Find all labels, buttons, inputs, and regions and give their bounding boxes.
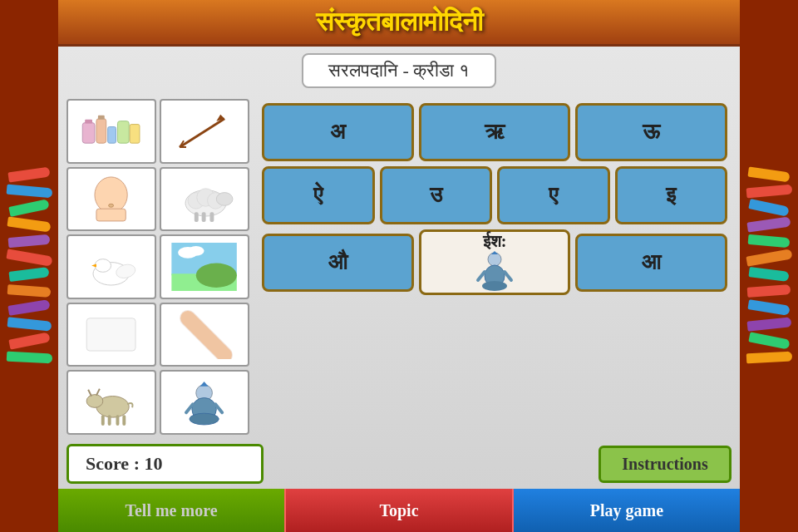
subtitle-container: सरलपदानि - क्रीडा १	[58, 47, 740, 95]
topic-button[interactable]: Topic	[284, 489, 514, 532]
tile-au[interactable]: औ	[262, 234, 414, 292]
image-cell-5[interactable]	[66, 234, 156, 299]
app-title: संस्कृतबालामोदिनी	[75, 7, 723, 37]
svg-rect-1	[96, 119, 106, 143]
svg-rect-37	[101, 415, 105, 426]
right-pencil-border	[740, 0, 798, 532]
tile-ish-special[interactable]: ईश:	[419, 229, 571, 295]
image-cell-8[interactable]	[160, 303, 249, 367]
svg-rect-2	[108, 127, 116, 144]
image-cell-7[interactable]	[66, 303, 156, 367]
instructions-button[interactable]: Instructions	[598, 446, 732, 483]
svg-rect-3	[118, 121, 130, 143]
image-cell-2[interactable]	[160, 99, 249, 164]
svg-line-51	[478, 272, 485, 280]
svg-line-7	[180, 119, 225, 147]
svg-point-34	[87, 394, 104, 407]
svg-rect-4	[131, 125, 140, 144]
svg-point-29	[196, 263, 237, 287]
svg-rect-39	[116, 415, 120, 426]
bottom-navigation: Tell me more Topic Play game	[58, 489, 740, 532]
tile-row-2: ऐ उ ए इ	[262, 166, 727, 224]
svg-line-52	[505, 272, 511, 280]
tile-panel: अ ऋ ऊ ऐ उ ए	[258, 99, 732, 435]
tile-aa[interactable]: आ	[575, 234, 727, 292]
tell-me-more-button[interactable]: Tell me more	[58, 489, 284, 532]
left-pencil-border	[0, 0, 58, 532]
svg-point-31	[188, 245, 204, 255]
game-area: अ ऋ ऊ ऐ उ ए	[58, 95, 740, 439]
svg-rect-21	[202, 212, 206, 222]
tile-a[interactable]: अ	[262, 103, 414, 161]
svg-line-36	[96, 389, 100, 396]
tile-row-3: औ ईश:	[262, 229, 727, 295]
svg-point-24	[95, 259, 111, 272]
svg-rect-0	[83, 123, 96, 144]
svg-point-50	[482, 281, 507, 291]
svg-rect-40	[123, 415, 126, 426]
svg-rect-5	[86, 120, 93, 124]
svg-point-13	[109, 204, 114, 207]
main-content: संस्कृतबालामोदिनी सरलपदानि - क्रीडा १	[58, 0, 740, 532]
svg-marker-26	[91, 264, 96, 267]
svg-rect-20	[195, 212, 199, 222]
svg-point-44	[190, 413, 219, 425]
image-cell-9[interactable]	[66, 370, 156, 435]
image-cell-3[interactable]	[66, 167, 156, 232]
svg-rect-22	[210, 212, 214, 222]
svg-rect-6	[98, 116, 105, 120]
image-cell-1[interactable]	[66, 99, 156, 164]
svg-line-35	[89, 389, 92, 396]
tile-i[interactable]: इ	[615, 166, 728, 224]
image-cell-6[interactable]	[160, 234, 249, 299]
image-cell-10[interactable]	[160, 370, 249, 435]
image-cell-4[interactable]	[160, 167, 249, 232]
svg-point-19	[217, 193, 234, 206]
subtitle-banner: सरलपदानि - क्रीडा १	[302, 53, 496, 88]
score-display: Score : 10	[66, 444, 264, 484]
svg-rect-32	[87, 318, 136, 351]
tile-r[interactable]: ऋ	[419, 103, 571, 161]
tile-e[interactable]: ए	[497, 166, 610, 224]
svg-rect-12	[96, 209, 126, 221]
svg-rect-38	[108, 415, 111, 426]
svg-marker-42	[200, 382, 209, 387]
play-game-button[interactable]: Play game	[514, 489, 740, 532]
tile-u[interactable]: उ	[380, 166, 493, 224]
header: संस्कृतबालामोदिनी	[58, 0, 740, 47]
tile-u-long[interactable]: ऊ	[575, 103, 727, 161]
tile-row-1: अ ऋ ऊ	[262, 103, 727, 161]
svg-point-47	[488, 253, 501, 266]
image-panel	[66, 99, 249, 435]
score-instructions-bar: Score : 10 Instructions	[58, 439, 740, 489]
tile-ai[interactable]: ऐ	[262, 166, 375, 224]
